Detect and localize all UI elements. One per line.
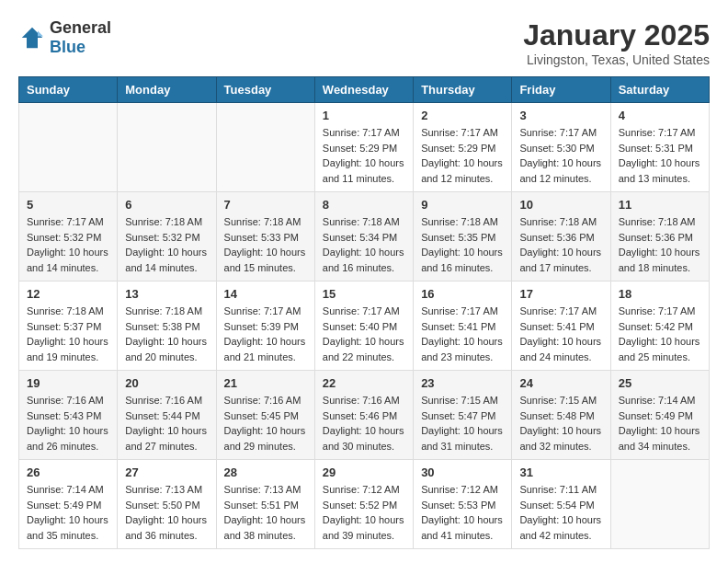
day-info: Sunrise: 7:14 AMSunset: 5:49 PMDaylight:… (619, 393, 701, 454)
calendar-week-row: 12Sunrise: 7:18 AMSunset: 5:37 PMDayligh… (19, 282, 710, 371)
page-header: General Blue January 2025 Livingston, Te… (18, 18, 710, 67)
day-number: 24 (519, 376, 602, 390)
day-info: Sunrise: 7:12 AMSunset: 5:53 PMDaylight:… (421, 482, 504, 543)
day-number: 16 (421, 287, 504, 301)
table-row: 3Sunrise: 7:17 AMSunset: 5:30 PMDaylight… (512, 103, 610, 192)
table-row: 4Sunrise: 7:17 AMSunset: 5:31 PMDaylight… (610, 103, 709, 192)
table-row (118, 103, 216, 192)
day-number: 23 (421, 376, 504, 390)
day-info: Sunrise: 7:18 AMSunset: 5:32 PMDaylight:… (125, 214, 208, 275)
col-sunday: Sunday (19, 77, 118, 103)
day-number: 17 (519, 287, 602, 301)
day-number: 19 (27, 376, 109, 390)
calendar-week-row: 26Sunrise: 7:14 AMSunset: 5:49 PMDayligh… (19, 460, 710, 549)
day-number: 25 (619, 376, 701, 390)
table-row: 11Sunrise: 7:18 AMSunset: 5:36 PMDayligh… (610, 192, 709, 282)
logo-icon (18, 24, 46, 52)
table-row: 10Sunrise: 7:18 AMSunset: 5:36 PMDayligh… (512, 192, 610, 282)
table-row: 22Sunrise: 7:16 AMSunset: 5:46 PMDayligh… (314, 371, 413, 460)
table-row: 9Sunrise: 7:18 AMSunset: 5:35 PMDaylight… (414, 192, 512, 282)
table-row: 24Sunrise: 7:15 AMSunset: 5:48 PMDayligh… (512, 371, 610, 460)
table-row: 1Sunrise: 7:17 AMSunset: 5:29 PMDaylight… (314, 103, 413, 192)
table-row: 31Sunrise: 7:11 AMSunset: 5:54 PMDayligh… (512, 460, 610, 549)
day-number: 11 (619, 198, 701, 212)
month-title: January 2025 (523, 18, 710, 52)
table-row: 19Sunrise: 7:16 AMSunset: 5:43 PMDayligh… (19, 371, 118, 460)
table-row: 29Sunrise: 7:12 AMSunset: 5:52 PMDayligh… (314, 460, 413, 549)
calendar-week-row: 5Sunrise: 7:17 AMSunset: 5:32 PMDaylight… (19, 192, 710, 282)
day-info: Sunrise: 7:17 AMSunset: 5:42 PMDaylight:… (619, 304, 701, 364)
day-number: 12 (27, 287, 109, 301)
day-number: 26 (27, 465, 109, 479)
title-block: January 2025 Livingston, Texas, United S… (523, 18, 710, 67)
day-info: Sunrise: 7:13 AMSunset: 5:50 PMDaylight:… (125, 482, 208, 543)
table-row: 18Sunrise: 7:17 AMSunset: 5:42 PMDayligh… (610, 282, 709, 371)
table-row: 15Sunrise: 7:17 AMSunset: 5:40 PMDayligh… (314, 282, 413, 371)
logo-blue: Blue (50, 38, 85, 56)
col-thursday: Thursday (414, 77, 512, 103)
table-row: 5Sunrise: 7:17 AMSunset: 5:32 PMDaylight… (19, 192, 118, 282)
day-number: 2 (421, 109, 504, 122)
day-info: Sunrise: 7:16 AMSunset: 5:43 PMDaylight:… (27, 393, 109, 454)
table-row: 20Sunrise: 7:16 AMSunset: 5:44 PMDayligh… (118, 371, 216, 460)
day-number: 8 (323, 198, 405, 212)
table-row: 12Sunrise: 7:18 AMSunset: 5:37 PMDayligh… (19, 282, 118, 371)
day-number: 3 (519, 109, 602, 122)
day-info: Sunrise: 7:18 AMSunset: 5:34 PMDaylight:… (323, 214, 405, 275)
day-info: Sunrise: 7:17 AMSunset: 5:41 PMDaylight:… (519, 304, 602, 364)
day-info: Sunrise: 7:18 AMSunset: 5:36 PMDaylight:… (619, 214, 701, 275)
calendar-week-row: 1Sunrise: 7:17 AMSunset: 5:29 PMDaylight… (19, 103, 710, 192)
logo-text: General Blue (50, 18, 111, 57)
day-info: Sunrise: 7:15 AMSunset: 5:47 PMDaylight:… (421, 393, 504, 454)
day-number: 5 (27, 198, 109, 212)
table-row: 14Sunrise: 7:17 AMSunset: 5:39 PMDayligh… (216, 282, 314, 371)
day-number: 30 (421, 465, 504, 479)
day-info: Sunrise: 7:17 AMSunset: 5:29 PMDaylight:… (323, 125, 405, 186)
day-number: 4 (619, 109, 701, 122)
col-monday: Monday (118, 77, 216, 103)
day-number: 21 (224, 376, 307, 390)
table-row: 2Sunrise: 7:17 AMSunset: 5:29 PMDaylight… (414, 103, 512, 192)
day-info: Sunrise: 7:17 AMSunset: 5:31 PMDaylight:… (619, 125, 701, 186)
calendar-table: Sunday Monday Tuesday Wednesday Thursday… (18, 76, 710, 549)
table-row: 26Sunrise: 7:14 AMSunset: 5:49 PMDayligh… (19, 460, 118, 549)
table-row: 16Sunrise: 7:17 AMSunset: 5:41 PMDayligh… (414, 282, 512, 371)
day-info: Sunrise: 7:11 AMSunset: 5:54 PMDaylight:… (519, 482, 602, 543)
col-tuesday: Tuesday (216, 77, 314, 103)
day-info: Sunrise: 7:17 AMSunset: 5:40 PMDaylight:… (323, 304, 405, 364)
svg-marker-2 (38, 31, 43, 37)
svg-marker-1 (22, 28, 43, 49)
day-info: Sunrise: 7:17 AMSunset: 5:39 PMDaylight:… (224, 304, 307, 364)
day-info: Sunrise: 7:18 AMSunset: 5:36 PMDaylight:… (519, 214, 602, 275)
table-row: 17Sunrise: 7:17 AMSunset: 5:41 PMDayligh… (512, 282, 610, 371)
col-saturday: Saturday (610, 77, 709, 103)
day-number: 10 (519, 198, 602, 212)
day-number: 20 (125, 376, 208, 390)
day-info: Sunrise: 7:18 AMSunset: 5:38 PMDaylight:… (125, 304, 208, 364)
day-number: 22 (323, 376, 405, 390)
table-row: 8Sunrise: 7:18 AMSunset: 5:34 PMDaylight… (314, 192, 413, 282)
day-number: 7 (224, 198, 307, 212)
table-row: 25Sunrise: 7:14 AMSunset: 5:49 PMDayligh… (610, 371, 709, 460)
day-number: 31 (519, 465, 602, 479)
day-info: Sunrise: 7:15 AMSunset: 5:48 PMDaylight:… (519, 393, 602, 454)
day-info: Sunrise: 7:16 AMSunset: 5:44 PMDaylight:… (125, 393, 208, 454)
day-info: Sunrise: 7:18 AMSunset: 5:35 PMDaylight:… (421, 214, 504, 275)
table-row: 23Sunrise: 7:15 AMSunset: 5:47 PMDayligh… (414, 371, 512, 460)
logo: General Blue (18, 18, 111, 57)
table-row (19, 103, 118, 192)
table-row (610, 460, 709, 549)
table-row (216, 103, 314, 192)
calendar-week-row: 19Sunrise: 7:16 AMSunset: 5:43 PMDayligh… (19, 371, 710, 460)
table-row: 6Sunrise: 7:18 AMSunset: 5:32 PMDaylight… (118, 192, 216, 282)
table-row: 27Sunrise: 7:13 AMSunset: 5:50 PMDayligh… (118, 460, 216, 549)
day-info: Sunrise: 7:14 AMSunset: 5:49 PMDaylight:… (27, 482, 109, 543)
day-info: Sunrise: 7:17 AMSunset: 5:41 PMDaylight:… (421, 304, 504, 364)
day-info: Sunrise: 7:18 AMSunset: 5:33 PMDaylight:… (224, 214, 307, 275)
day-number: 15 (323, 287, 405, 301)
day-number: 27 (125, 465, 208, 479)
day-info: Sunrise: 7:13 AMSunset: 5:51 PMDaylight:… (224, 482, 307, 543)
header-row: Sunday Monday Tuesday Wednesday Thursday… (19, 77, 710, 103)
table-row: 21Sunrise: 7:16 AMSunset: 5:45 PMDayligh… (216, 371, 314, 460)
day-info: Sunrise: 7:17 AMSunset: 5:32 PMDaylight:… (27, 214, 109, 275)
